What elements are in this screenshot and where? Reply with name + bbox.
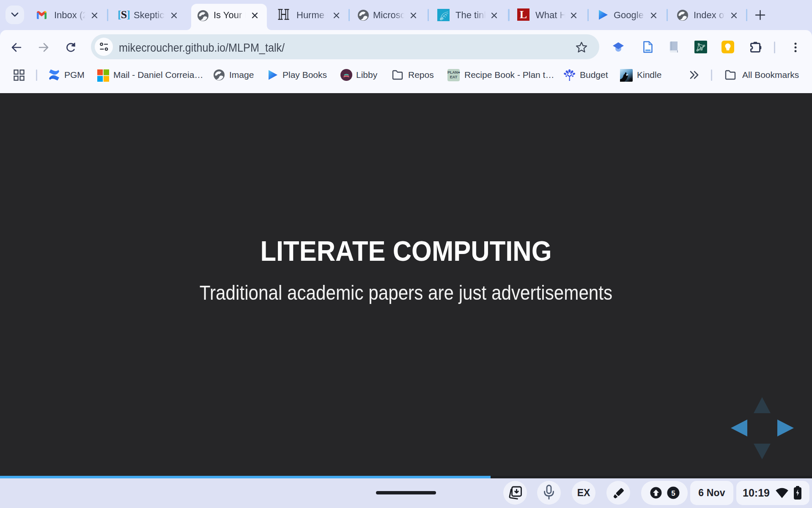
svg-text:5: 5 [671,489,675,497]
